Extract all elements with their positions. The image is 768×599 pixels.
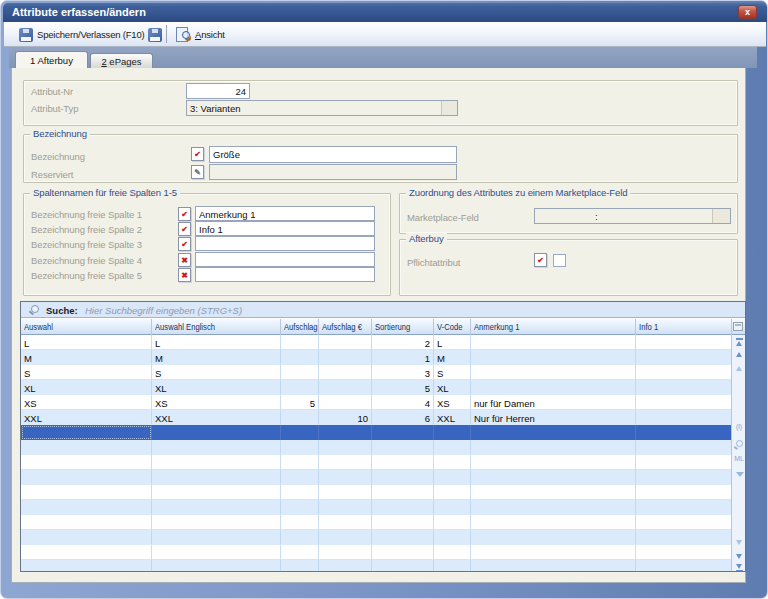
grid-row[interactable] [21,500,732,515]
grid-cell[interactable] [152,440,281,455]
grid-row[interactable] [21,560,732,572]
attribut-typ-button[interactable] [441,101,457,115]
tab-afterbuy[interactable]: 1 Afterbuy [15,51,88,68]
scroll-bottom-icon[interactable] [736,570,743,572]
grid-row[interactable]: XXLXXL106XXLNur für Herren [21,410,732,425]
grid-cell[interactable] [636,350,732,365]
grid-cell[interactable] [636,470,732,485]
grid-row[interactable]: LL2L [21,335,732,350]
grid-row[interactable] [21,530,732,545]
grid-cell[interactable] [152,425,281,440]
grid-cell[interactable] [281,500,319,515]
grid-cell[interactable] [319,425,372,440]
grid-cell[interactable] [319,380,372,395]
grid-cell[interactable] [434,530,471,545]
grid-cell[interactable]: XXL [21,410,152,425]
grid-row[interactable] [21,515,732,530]
grid-cell[interactable] [281,365,319,380]
grid-cell[interactable] [636,425,732,440]
grid-cell[interactable] [152,500,281,515]
grid-cell[interactable] [319,530,372,545]
column-header[interactable]: Sortierung [372,319,434,335]
save-exit-button[interactable]: Speichern/Verlassen (F10) [16,25,147,44]
grid-cell[interactable]: L [434,335,471,350]
grid-cell[interactable]: M [21,350,152,365]
grid-cell[interactable] [372,530,434,545]
grid-row[interactable] [21,440,732,455]
grid-cell[interactable] [471,545,636,560]
grid-cell[interactable]: XL [21,380,152,395]
grid-row[interactable]: MM1M [21,350,732,365]
grid-cell[interactable] [636,500,732,515]
grid-cell[interactable] [372,425,434,440]
freie-spalte-field[interactable] [195,236,375,251]
grid-cell[interactable] [21,470,152,485]
grid-cell[interactable] [471,530,636,545]
column-chooser-icon[interactable] [733,322,743,331]
grid-cell[interactable]: XXL [152,410,281,425]
grid-row[interactable]: SS3S [21,365,732,380]
grid-cell[interactable]: L [152,335,281,350]
freie-spalte-field[interactable]: Anmerkung 1 [195,206,375,221]
grid-cell[interactable] [281,440,319,455]
grid-cell[interactable]: S [152,365,281,380]
grid-cell[interactable] [21,425,152,440]
grid-cell[interactable] [21,545,152,560]
tab-epages[interactable]: 2 ePages [90,53,153,68]
column-header[interactable]: V-Code [434,319,471,335]
scroll-down-icon[interactable] [736,554,742,559]
grid-cell[interactable] [319,470,372,485]
grid-cell[interactable] [281,425,319,440]
grid-row[interactable] [21,485,732,500]
grid-cell[interactable]: 3 [372,365,434,380]
grid-cell[interactable] [471,335,636,350]
grid-cell[interactable] [471,350,636,365]
grid-cell[interactable] [471,470,636,485]
grid-cell[interactable]: M [434,350,471,365]
grid-cell[interactable]: 6 [372,410,434,425]
grid-search-row[interactable]: Suche: Hier Suchbegriff eingeben (STRG+S… [21,302,745,318]
scroll-top-icon[interactable] [736,338,743,340]
grid-cell[interactable]: L [21,335,152,350]
grid-cell[interactable] [471,485,636,500]
scroll-bottom-icon[interactable] [736,564,742,569]
grid-cell[interactable] [319,365,372,380]
grid-scrollbar[interactable]: (l) ML [731,335,745,572]
grid-cell[interactable] [152,515,281,530]
grid-cell[interactable] [152,545,281,560]
grid-cell[interactable] [636,335,732,350]
reserviert-field[interactable] [209,164,457,180]
grid-cell[interactable] [636,380,732,395]
grid-cell[interactable] [434,560,471,572]
scroll-pagedown-icon[interactable] [736,540,742,545]
scroll-up-icon[interactable] [736,352,742,357]
grid-cell[interactable] [471,425,636,440]
grid-cell[interactable] [471,440,636,455]
column-header[interactable]: Auswahl [21,319,152,335]
column-header[interactable]: Aufschlag € [319,319,372,335]
filter-icon[interactable] [736,472,744,477]
grid-cell[interactable] [636,515,732,530]
grid-cell[interactable] [471,365,636,380]
grid-cell[interactable] [434,425,471,440]
grid-cell[interactable] [281,335,319,350]
grid-cell[interactable] [21,485,152,500]
grid-cell[interactable] [434,545,471,560]
grid-cell[interactable] [21,500,152,515]
grid-cell[interactable]: 1 [372,350,434,365]
grid-cell[interactable] [434,485,471,500]
grid-cell[interactable] [636,410,732,425]
grid-cell[interactable] [281,455,319,470]
grid-cell[interactable] [372,560,434,572]
grid-row[interactable] [21,545,732,560]
grid-cell[interactable] [434,455,471,470]
view-button[interactable]: Ansicht [172,25,228,44]
scroll-top-icon[interactable] [736,341,742,346]
grid-cell[interactable] [319,455,372,470]
column-header[interactable]: Anmerkung 1 [471,319,636,335]
grid-cell[interactable]: S [434,365,471,380]
ml-icon[interactable]: ML [732,455,746,462]
zoom-icon[interactable] [736,440,743,447]
freie-spalte-field[interactable] [195,267,375,282]
grid-cell[interactable]: 10 [319,410,372,425]
